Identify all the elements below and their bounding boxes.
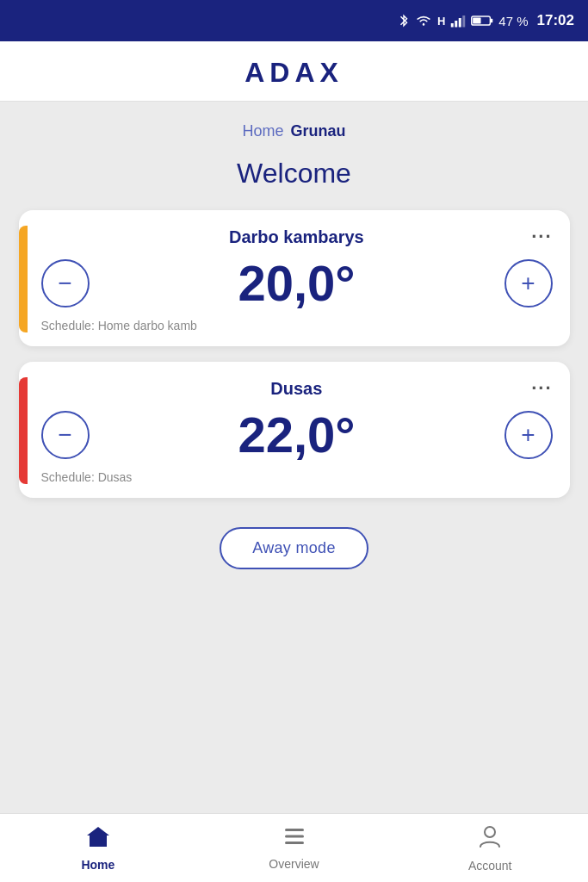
- breadcrumb-current[interactable]: Grunau: [291, 122, 346, 140]
- main-content: Home Grunau Welcome Darbo kambarys ··· −…: [0, 102, 588, 813]
- svg-rect-4: [463, 16, 466, 28]
- decrease-temp-dusas[interactable]: −: [41, 411, 90, 459]
- breadcrumb: Home Grunau: [242, 122, 345, 140]
- nav-label-account: Account: [468, 859, 512, 873]
- status-bar: H 47 % 17:02: [0, 0, 588, 41]
- account-icon: [477, 823, 503, 855]
- away-mode-button[interactable]: Away mode: [220, 527, 368, 569]
- signal-icon: [450, 14, 466, 28]
- card-name-darbo: Darbo kambarys: [62, 227, 532, 247]
- app-header: ADAX: [0, 41, 588, 102]
- svg-point-12: [485, 827, 495, 837]
- card-menu-dusas[interactable]: ···: [531, 377, 552, 400]
- card-controls-darbo: − 20,0° +: [41, 255, 553, 315]
- device-card-darbo: Darbo kambarys ··· − 20,0° + Schedule: H…: [19, 210, 570, 346]
- svg-rect-3: [459, 18, 461, 28]
- svg-rect-6: [491, 19, 493, 22]
- card-schedule-darbo: Schedule: Home darbo kamb: [41, 319, 553, 332]
- card-controls-dusas: − 22,0° +: [41, 407, 553, 467]
- clock: 17:02: [537, 12, 574, 29]
- svg-rect-10: [285, 835, 304, 838]
- status-icons: H 47 % 17:02: [398, 12, 574, 29]
- svg-rect-2: [455, 21, 458, 28]
- nav-label-home: Home: [81, 858, 115, 872]
- svg-rect-8: [95, 840, 102, 847]
- network-type-icon: H: [437, 15, 445, 28]
- temp-darbo: 20,0°: [238, 258, 355, 308]
- card-menu-darbo[interactable]: ···: [531, 226, 552, 248]
- temp-dusas: 22,0°: [238, 410, 355, 460]
- card-schedule-dusas: Schedule: Dusas: [41, 470, 553, 484]
- device-card-dusas: Dusas ··· − 22,0° + Schedule: Dusas: [19, 362, 570, 498]
- svg-rect-9: [285, 829, 304, 831]
- card-indicator-darbo: [19, 226, 28, 332]
- nav-item-account[interactable]: Account: [392, 814, 588, 882]
- nav-label-overview: Overview: [269, 857, 319, 871]
- card-name-dusas: Dusas: [62, 379, 532, 399]
- battery-icon: [471, 15, 493, 27]
- welcome-title: Welcome: [237, 158, 351, 189]
- card-header-darbo: Darbo kambarys ···: [41, 226, 553, 248]
- card-header-dusas: Dusas ···: [41, 377, 553, 400]
- overview-icon: [282, 825, 307, 854]
- svg-rect-7: [473, 17, 480, 23]
- home-icon: [85, 824, 111, 854]
- decrease-temp-darbo[interactable]: −: [41, 259, 90, 307]
- card-body-dusas: Dusas ··· − 22,0° + Schedule: Dusas: [41, 377, 553, 484]
- increase-temp-dusas[interactable]: +: [504, 411, 553, 459]
- svg-point-0: [423, 23, 425, 26]
- breadcrumb-home[interactable]: Home: [242, 122, 283, 140]
- app-logo: ADAX: [244, 57, 344, 89]
- bluetooth-icon: [398, 12, 410, 29]
- bottom-nav: Home Overview Account: [0, 813, 588, 882]
- nav-item-home[interactable]: Home: [0, 814, 196, 882]
- wifi-icon: [415, 14, 432, 28]
- nav-item-overview[interactable]: Overview: [196, 814, 393, 882]
- card-indicator-dusas: [19, 377, 28, 484]
- card-body-darbo: Darbo kambarys ··· − 20,0° + Schedule: H…: [41, 226, 553, 332]
- svg-rect-1: [451, 23, 454, 28]
- battery-percentage: 47 %: [498, 14, 528, 28]
- svg-rect-11: [285, 842, 304, 844]
- increase-temp-darbo[interactable]: +: [504, 259, 553, 307]
